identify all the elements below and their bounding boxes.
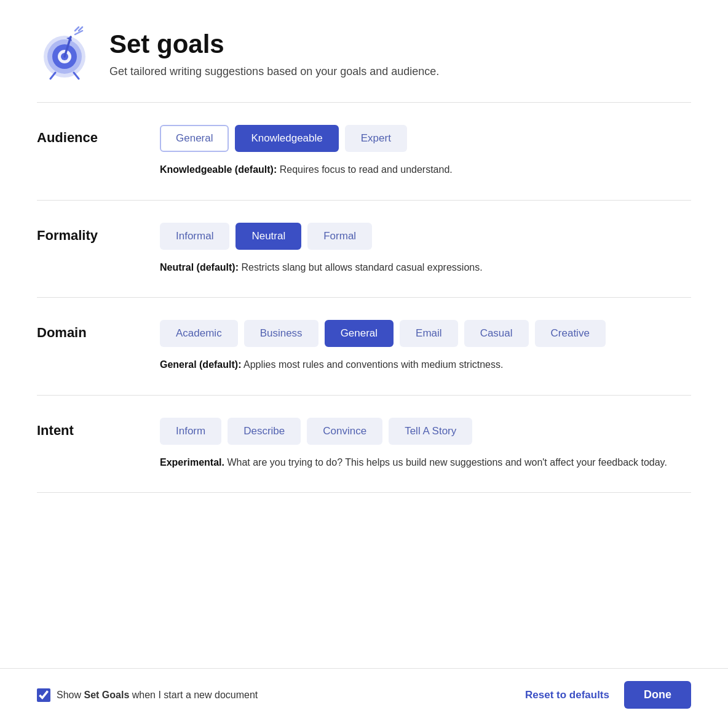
formality-btn-neutral[interactable]: Neutral (235, 223, 301, 250)
page-header: Set goals Get tailored writing suggestio… (37, 25, 691, 82)
intent-btn-inform[interactable]: Inform (160, 418, 221, 445)
page-container: Set goals Get tailored writing suggestio… (0, 0, 728, 567)
show-goals-checkbox-wrapper[interactable]: Show Set Goals when I start a new docume… (37, 688, 258, 702)
domain-label: Domain (37, 320, 135, 341)
intent-label: Intent (37, 418, 135, 439)
formality-label: Formality (37, 223, 135, 244)
intent-btn-describe[interactable]: Describe (228, 418, 301, 445)
intent-btn-tell-a-story[interactable]: Tell A Story (389, 418, 472, 445)
page-description: Get tailored writing suggestions based o… (109, 65, 439, 78)
footer: Show Set Goals when I start a new docume… (0, 668, 728, 721)
domain-content: Academic Business General Email Casual C… (160, 320, 691, 373)
svg-line-7 (75, 27, 79, 31)
audience-description: Knowledgeable (default): Requires focus … (160, 162, 691, 178)
footer-right: Reset to defaults Done (525, 681, 691, 709)
formality-section: Formality Informal Neutral Formal Neutra… (37, 201, 691, 298)
audience-content: General Knowledgeable Expert Knowledgeab… (160, 125, 691, 178)
footer-left: Show Set Goals when I start a new docume… (37, 688, 258, 702)
reset-defaults-button[interactable]: Reset to defaults (525, 689, 609, 701)
show-goals-checkbox[interactable] (37, 688, 50, 702)
formality-button-group: Informal Neutral Formal (160, 223, 691, 250)
domain-btn-casual[interactable]: Casual (464, 320, 529, 347)
audience-btn-general[interactable]: General (160, 125, 229, 152)
domain-btn-general[interactable]: General (325, 320, 394, 347)
audience-label: Audience (37, 125, 135, 146)
domain-btn-business[interactable]: Business (244, 320, 318, 347)
intent-section: Intent Inform Describe Convince Tell A S… (37, 396, 691, 493)
intent-description: Experimental. What are you trying to do?… (160, 455, 691, 471)
audience-button-group: General Knowledgeable Expert (160, 125, 691, 152)
formality-btn-formal[interactable]: Formal (307, 223, 372, 250)
logo-icon (37, 25, 92, 82)
domain-btn-email[interactable]: Email (400, 320, 458, 347)
domain-button-group: Academic Business General Email Casual C… (160, 320, 691, 347)
footer-checkbox-label: Show Set Goals when I start a new docume… (57, 690, 258, 701)
intent-button-group: Inform Describe Convince Tell A Story (160, 418, 691, 445)
domain-description: General (default): Applies most rules an… (160, 357, 691, 373)
page-title: Set goals (109, 30, 439, 59)
audience-section: Audience General Knowledgeable Expert Kn… (37, 103, 691, 201)
formality-description: Neutral (default): Restricts slang but a… (160, 260, 691, 276)
domain-btn-academic[interactable]: Academic (160, 320, 238, 347)
domain-section: Domain Academic Business General Email C… (37, 298, 691, 396)
audience-btn-expert[interactable]: Expert (345, 125, 407, 152)
domain-btn-creative[interactable]: Creative (535, 320, 606, 347)
formality-btn-informal[interactable]: Informal (160, 223, 229, 250)
audience-btn-knowledgeable[interactable]: Knowledgeable (235, 125, 338, 152)
header-text: Set goals Get tailored writing suggestio… (109, 30, 439, 78)
formality-content: Informal Neutral Formal Neutral (default… (160, 223, 691, 276)
done-button[interactable]: Done (624, 681, 691, 709)
intent-content: Inform Describe Convince Tell A Story Ex… (160, 418, 691, 471)
intent-btn-convince[interactable]: Convince (307, 418, 382, 445)
